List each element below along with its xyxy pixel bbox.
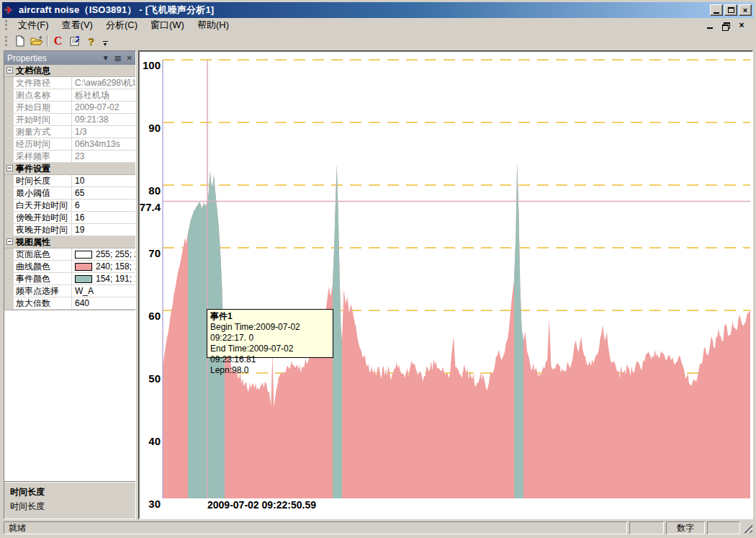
- property-value[interactable]: 6: [72, 199, 135, 211]
- property-label: 开始日期: [14, 102, 72, 113]
- y-tick-label-30: 30: [148, 498, 161, 510]
- event-tooltip-title: 事件1: [210, 311, 330, 322]
- property-value[interactable]: 65: [72, 187, 135, 199]
- property-value-text: 16: [75, 212, 84, 223]
- property-row: 白天开始时间6: [4, 199, 135, 212]
- maximize-button[interactable]: [724, 4, 737, 16]
- properties-sheet-icon: [69, 35, 81, 47]
- panel-menu-chevron-icon[interactable]: ▼: [102, 55, 109, 62]
- property-description: 时间长度 时间长度: [4, 481, 135, 519]
- status-pane-c: [707, 521, 740, 534]
- menu-item-0[interactable]: 文件(F): [12, 18, 55, 32]
- close-button[interactable]: ×: [739, 4, 752, 16]
- mdi-minimize-button[interactable]: [705, 21, 715, 30]
- property-value: 09:21:38: [72, 114, 135, 125]
- property-label: 频率点选择: [14, 285, 72, 297]
- category-row[interactable]: −视图属性: [4, 236, 135, 248]
- mdi-restore-button[interactable]: [721, 21, 731, 30]
- property-row: 频率点选择W_A: [4, 285, 135, 297]
- noise-level-chart[interactable]: 100908077.470605040302009-07-02 09:22:50…: [140, 53, 753, 516]
- color-swatch: [75, 263, 92, 271]
- properties-button[interactable]: [66, 33, 83, 49]
- row-margin: [4, 212, 14, 223]
- property-value[interactable]: 240; 158; 15: [72, 261, 135, 272]
- minimize-button[interactable]: [710, 4, 723, 16]
- property-value-text: 23: [75, 151, 84, 162]
- window-title: aircraft noise（ISO3891） - [飞机噪声分析1]: [19, 4, 214, 17]
- property-row: 时间长度10: [4, 175, 135, 187]
- property-value[interactable]: 19: [72, 224, 135, 236]
- cursor-time-label: 2009-07-02 09:22:50.59: [207, 499, 316, 511]
- property-row: 夜晚开始时间19: [4, 224, 135, 236]
- panel-close-icon[interactable]: ✕: [127, 55, 132, 62]
- row-margin: [4, 175, 14, 187]
- status-pane-a: [629, 521, 664, 534]
- resize-grip[interactable]: [742, 523, 752, 533]
- new-document-icon: [14, 35, 26, 47]
- property-value[interactable]: 255; 255; 25: [72, 248, 135, 260]
- main-area: Properties ▼ 𝌆 ✕ −文档信息文件路径C:\awa6298\机场测…: [2, 50, 754, 519]
- property-grid: −文档信息文件路径C:\awa6298\机场测点名称栎社机场开始日期2009-0…: [4, 65, 135, 310]
- property-value-text: 154; 191; 18: [96, 273, 135, 284]
- property-value[interactable]: 10: [72, 175, 135, 187]
- panel-pin-icon[interactable]: 𝌆: [114, 55, 122, 62]
- property-value[interactable]: 154; 191; 18: [72, 273, 135, 284]
- property-value-text: 06h34m13s: [75, 138, 120, 150]
- row-margin: [4, 273, 14, 284]
- y-tick-label-90: 90: [148, 122, 161, 134]
- property-value-text: 640: [75, 297, 89, 309]
- toolbar-separator: [47, 35, 48, 47]
- y-tick-label-80: 80: [148, 184, 161, 197]
- property-row: 放大倍数640: [4, 297, 135, 310]
- new-file-button[interactable]: [12, 33, 28, 49]
- row-margin: [4, 261, 14, 272]
- property-label: 夜晚开始时间: [14, 224, 72, 236]
- property-label: 白天开始时间: [14, 199, 72, 211]
- property-value-text: 09:21:38: [75, 114, 109, 125]
- menu-item-2[interactable]: 分析(C): [99, 18, 144, 32]
- analysis-c-button[interactable]: C: [50, 33, 66, 49]
- chart-document: 100908077.470605040302009-07-02 09:22:50…: [138, 50, 753, 519]
- property-label: 傍晚开始时间: [14, 212, 72, 223]
- color-swatch: [75, 251, 92, 259]
- toolbar-gripper[interactable]: [5, 36, 9, 46]
- property-row: 开始日期2009-07-02: [4, 102, 135, 114]
- collapse-icon[interactable]: −: [6, 165, 13, 171]
- property-value: 1/3: [72, 126, 135, 138]
- toolbar-overflow-button[interactable]: ▼: [101, 33, 109, 49]
- toolbar: C ? ▼: [2, 32, 754, 50]
- mdi-close-button[interactable]: ×: [737, 21, 747, 30]
- property-value-text: 6: [75, 199, 80, 211]
- category-row[interactable]: −事件设置: [4, 163, 135, 175]
- row-margin: [4, 187, 14, 199]
- property-label: 测量方式: [14, 126, 72, 138]
- open-file-button[interactable]: [28, 33, 45, 49]
- menubar-gripper[interactable]: [5, 20, 9, 30]
- properties-panel-header[interactable]: Properties ▼ 𝌆 ✕: [4, 51, 135, 65]
- collapse-icon[interactable]: −: [6, 67, 13, 73]
- help-button[interactable]: ?: [83, 33, 99, 49]
- property-label: 曲线颜色: [14, 261, 72, 272]
- property-value-text: 2009-07-02: [75, 102, 119, 113]
- property-value-text: 1/3: [75, 126, 87, 138]
- event-tooltip: 事件1 Begin Time:2009-07-02 09:22:17. 0 En…: [207, 309, 333, 358]
- property-value[interactable]: W_A: [72, 285, 135, 297]
- row-margin: [4, 248, 14, 260]
- property-value[interactable]: 640: [72, 297, 135, 309]
- menu-item-3[interactable]: 窗口(W): [144, 18, 191, 32]
- property-label: 文件路径: [14, 77, 72, 89]
- mdi-restore-icon: [722, 22, 729, 29]
- y-tick-label-60: 60: [148, 310, 161, 322]
- property-value[interactable]: 16: [72, 212, 135, 223]
- status-message: 就绪: [4, 521, 627, 534]
- row-margin: [4, 126, 14, 138]
- row-margin: [4, 224, 14, 236]
- category-row[interactable]: −文档信息: [4, 65, 135, 77]
- collapse-icon[interactable]: −: [6, 238, 13, 245]
- property-label: 事件颜色: [14, 273, 72, 284]
- event-tooltip-begin: Begin Time:2009-07-02 09:22:17. 0: [210, 322, 330, 344]
- menu-item-1[interactable]: 查看(V): [55, 18, 99, 32]
- row-margin: [4, 114, 14, 125]
- menu-item-4[interactable]: 帮助(H): [191, 18, 235, 32]
- properties-panel: Properties ▼ 𝌆 ✕ −文档信息文件路径C:\awa6298\机场测…: [4, 50, 136, 519]
